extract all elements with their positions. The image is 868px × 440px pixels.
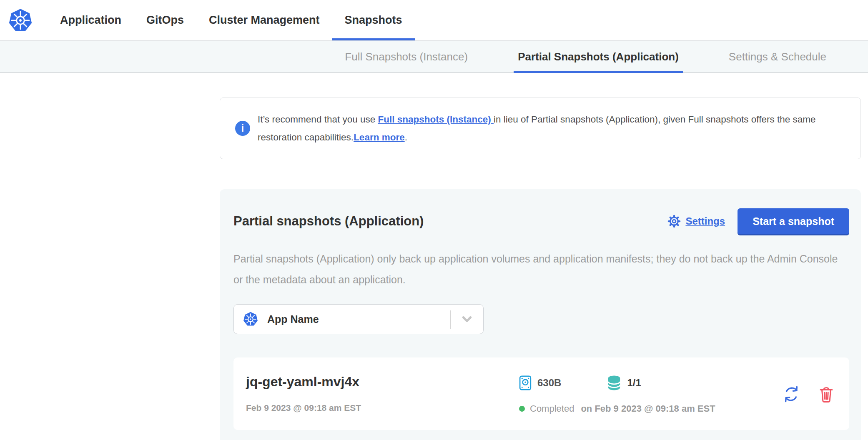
info-text-start: It’s recommend that you use bbox=[258, 114, 378, 125]
info-icon: i bbox=[235, 121, 250, 136]
snapshot-size-stat: 630B bbox=[519, 375, 561, 390]
main-nav: Application GitOps Cluster Management Sn… bbox=[48, 0, 415, 40]
top-nav: Application GitOps Cluster Management Sn… bbox=[0, 0, 868, 40]
page-title: Partial snapshots (Application) bbox=[233, 214, 667, 229]
main-content: i It’s recommend that you use Full snaps… bbox=[220, 98, 861, 440]
snapshot-volumes-stat: 1/1 bbox=[607, 375, 641, 391]
restore-icon bbox=[783, 385, 800, 403]
tab-full-snapshots[interactable]: Full Snapshots (Instance) bbox=[341, 41, 472, 72]
status-label: Completed bbox=[530, 403, 574, 414]
snapshot-name: jq-get-yaml-mvj4x bbox=[246, 374, 519, 390]
sub-tab-bar: Full Snapshots (Instance) Partial Snapsh… bbox=[0, 40, 868, 73]
snapshot-stats-line: 630B 1/1 bbox=[519, 375, 783, 391]
tab-partial-snapshots[interactable]: Partial Snapshots (Application) bbox=[514, 41, 683, 72]
database-icon bbox=[607, 375, 621, 391]
dropdown-chevron-zone[interactable] bbox=[451, 305, 483, 334]
nav-item-gitops[interactable]: GitOps bbox=[134, 0, 196, 40]
learn-more-link[interactable]: Learn more bbox=[354, 132, 405, 142]
snapshot-row: jq-get-yaml-mvj4x Feb 9 2023 @ 09:18 am … bbox=[233, 358, 849, 430]
snapshot-volumes: 1/1 bbox=[627, 377, 641, 389]
start-snapshot-button[interactable]: Start a snapshot bbox=[738, 208, 849, 234]
tab-settings-schedule[interactable]: Settings & Schedule bbox=[725, 41, 830, 72]
snapshot-created-at: Feb 9 2023 @ 09:18 am EST bbox=[246, 403, 519, 413]
panel-header: Partial snapshots (Application) Settings bbox=[233, 208, 849, 234]
kubernetes-logo[interactable] bbox=[8, 8, 33, 32]
settings-link[interactable]: Settings bbox=[667, 214, 725, 228]
nav-item-application[interactable]: Application bbox=[48, 0, 134, 40]
panel-description: Partial snapshots (Application) only bac… bbox=[233, 248, 849, 290]
snapshot-stats: 630B 1/1 bbox=[519, 374, 783, 414]
info-text-end: . bbox=[405, 132, 407, 142]
nav-item-cluster-management[interactable]: Cluster Management bbox=[196, 0, 332, 40]
settings-label: Settings bbox=[685, 215, 725, 227]
snapshot-info: jq-get-yaml-mvj4x Feb 9 2023 @ 09:18 am … bbox=[246, 374, 519, 413]
snapshot-status-line: Completed on Feb 9 2023 @ 09:18 am EST bbox=[519, 403, 783, 414]
partial-snapshots-panel: Partial snapshots (Application) Settings bbox=[220, 189, 861, 440]
snapshot-actions bbox=[783, 385, 836, 403]
delete-snapshot-button[interactable] bbox=[818, 385, 834, 403]
chevron-down-icon bbox=[460, 312, 474, 326]
restore-snapshot-button[interactable] bbox=[783, 385, 800, 403]
app-name-dropdown[interactable]: App Name bbox=[233, 304, 484, 334]
page: Application GitOps Cluster Management Sn… bbox=[0, 0, 868, 440]
trash-icon bbox=[818, 385, 834, 403]
app-name-value: App Name bbox=[267, 313, 319, 325]
gear-icon bbox=[667, 214, 681, 228]
disk-icon bbox=[519, 375, 532, 390]
status-dot bbox=[519, 406, 525, 412]
kubernetes-app-icon bbox=[243, 312, 258, 327]
info-banner-text: It’s recommend that you use Full snapsho… bbox=[258, 110, 844, 146]
info-banner: i It’s recommend that you use Full snaps… bbox=[220, 98, 861, 159]
full-snapshots-link[interactable]: Full snapshots (Instance) bbox=[378, 114, 494, 125]
snapshot-size: 630B bbox=[537, 377, 561, 389]
snapshot-finished-at: on Feb 9 2023 @ 09:18 am EST bbox=[581, 403, 715, 414]
nav-item-snapshots[interactable]: Snapshots bbox=[332, 0, 415, 40]
